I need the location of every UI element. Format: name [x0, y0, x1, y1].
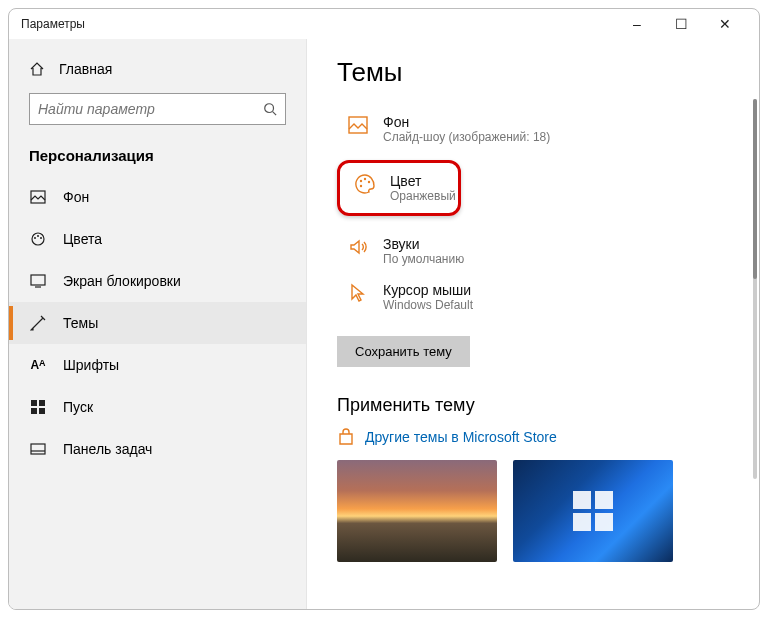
theme-row-sounds[interactable]: Звуки По умолчанию	[337, 230, 729, 272]
maximize-button[interactable]: ☐	[659, 9, 703, 39]
svg-point-3	[34, 237, 36, 239]
content-area: Темы Фон Слайд-шоу (изображений: 18)	[307, 39, 759, 609]
sidebar-item-fonts[interactable]: AA Шрифты	[9, 344, 306, 386]
svg-point-4	[37, 235, 39, 237]
palette-icon	[29, 231, 47, 247]
fonts-icon: AA	[29, 358, 47, 372]
theme-row-sub: Слайд-шоу (изображений: 18)	[383, 130, 550, 144]
svg-point-0	[265, 104, 274, 113]
theme-row-title: Цвет	[390, 173, 456, 189]
svg-point-2	[32, 233, 44, 245]
svg-point-15	[364, 178, 366, 180]
sidebar-item-background[interactable]: Фон	[9, 176, 306, 218]
svg-rect-9	[31, 408, 37, 414]
sidebar-item-label: Пуск	[63, 399, 93, 415]
svg-point-5	[40, 237, 42, 239]
home-icon	[29, 61, 45, 77]
palette-icon	[354, 173, 376, 195]
theme-thumbnail[interactable]	[337, 460, 497, 562]
taskbar-icon	[29, 443, 47, 455]
lockscreen-icon	[29, 274, 47, 288]
titlebar: Параметры – ☐ ✕	[9, 9, 759, 39]
svg-point-16	[368, 181, 370, 183]
apply-theme-title: Применить тему	[337, 395, 729, 416]
cursor-icon	[347, 282, 369, 304]
store-icon	[337, 428, 355, 446]
sidebar-item-label: Шрифты	[63, 357, 119, 373]
svg-rect-7	[31, 400, 37, 406]
sidebar-item-label: Панель задач	[63, 441, 152, 457]
home-label: Главная	[59, 61, 112, 77]
home-button[interactable]: Главная	[9, 51, 306, 87]
sidebar: Главная Персонализация	[9, 39, 307, 609]
sidebar-item-label: Цвета	[63, 231, 102, 247]
sidebar-item-themes[interactable]: Темы	[9, 302, 306, 344]
search-field[interactable]	[38, 101, 263, 117]
theme-row-title: Звуки	[383, 236, 464, 252]
scrollbar[interactable]	[753, 99, 757, 479]
theme-row-cursor[interactable]: Курсор мыши Windows Default	[337, 276, 729, 318]
sidebar-item-label: Фон	[63, 189, 89, 205]
store-link[interactable]: Другие темы в Microsoft Store	[337, 428, 729, 446]
save-theme-button[interactable]: Сохранить тему	[337, 336, 470, 367]
start-icon	[29, 400, 47, 414]
nav-list: Фон Цвета Экран блокировки	[9, 176, 306, 470]
image-icon	[347, 114, 369, 136]
svg-point-14	[360, 180, 362, 182]
svg-rect-8	[39, 400, 45, 406]
sidebar-item-taskbar[interactable]: Панель задач	[9, 428, 306, 470]
sidebar-item-label: Экран блокировки	[63, 273, 181, 289]
theme-row-title: Курсор мыши	[383, 282, 473, 298]
theme-thumbnail[interactable]	[513, 460, 673, 562]
theme-row-sub: По умолчанию	[383, 252, 464, 266]
sidebar-item-start[interactable]: Пуск	[9, 386, 306, 428]
theme-row-sub: Windows Default	[383, 298, 473, 312]
category-title: Персонализация	[9, 137, 306, 170]
theme-row-sub: Оранжевый	[390, 189, 456, 203]
sound-icon	[347, 236, 369, 258]
theme-thumbnails	[337, 460, 729, 562]
page-title: Темы	[337, 57, 729, 88]
store-link-label: Другие темы в Microsoft Store	[365, 429, 557, 445]
svg-rect-10	[39, 408, 45, 414]
image-icon	[29, 190, 47, 204]
svg-rect-6	[31, 275, 45, 285]
themes-icon	[29, 315, 47, 331]
minimize-button[interactable]: –	[615, 9, 659, 39]
theme-row-background[interactable]: Фон Слайд-шоу (изображений: 18)	[337, 108, 729, 150]
close-button[interactable]: ✕	[703, 9, 747, 39]
scrollbar-thumb[interactable]	[753, 99, 757, 279]
sidebar-item-colors[interactable]: Цвета	[9, 218, 306, 260]
theme-row-color[interactable]: Цвет Оранжевый	[337, 160, 461, 216]
sidebar-item-lockscreen[interactable]: Экран блокировки	[9, 260, 306, 302]
svg-rect-11	[31, 444, 45, 454]
svg-point-17	[360, 185, 362, 187]
svg-rect-13	[349, 117, 367, 133]
theme-row-title: Фон	[383, 114, 550, 130]
window-title: Параметры	[21, 17, 85, 31]
svg-rect-1	[31, 191, 45, 203]
search-input[interactable]	[29, 93, 286, 125]
search-icon	[263, 102, 277, 116]
sidebar-item-label: Темы	[63, 315, 98, 331]
